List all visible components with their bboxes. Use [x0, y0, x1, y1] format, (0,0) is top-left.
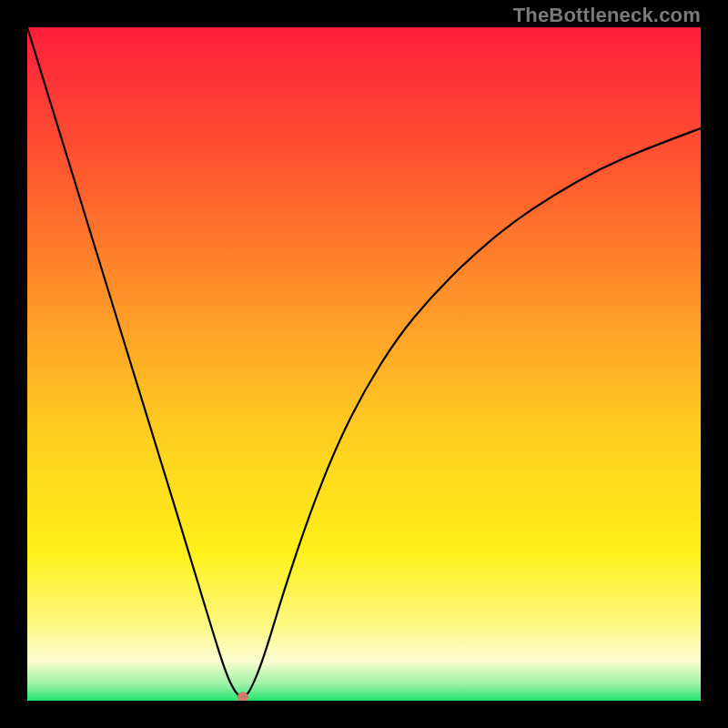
plot-area — [27, 27, 701, 701]
watermark-text: TheBottleneck.com — [513, 4, 701, 27]
chart-frame: TheBottleneck.com — [0, 0, 728, 728]
chart-svg — [27, 27, 701, 701]
gradient-background — [27, 27, 701, 701]
